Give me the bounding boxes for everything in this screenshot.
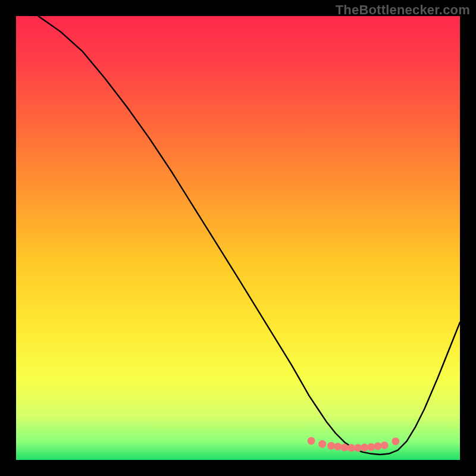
highlight-dot <box>374 442 381 450</box>
highlight-dot <box>318 440 326 448</box>
highlight-dot <box>367 443 375 451</box>
watermark-text: TheBottlenecker.com <box>336 2 470 18</box>
bottleneck-chart <box>0 0 476 476</box>
highlight-dot <box>381 441 389 449</box>
highlight-dot <box>354 444 362 452</box>
highlight-dot <box>392 437 399 445</box>
gradient-background <box>16 16 460 460</box>
highlight-dot <box>308 437 315 444</box>
highlight-dot <box>327 442 335 450</box>
chart-container: TheBottlenecker.com <box>0 0 476 476</box>
highlight-dot <box>347 444 355 452</box>
highlight-dot <box>341 444 349 452</box>
highlight-dot <box>334 443 342 450</box>
highlight-dot <box>361 444 368 452</box>
